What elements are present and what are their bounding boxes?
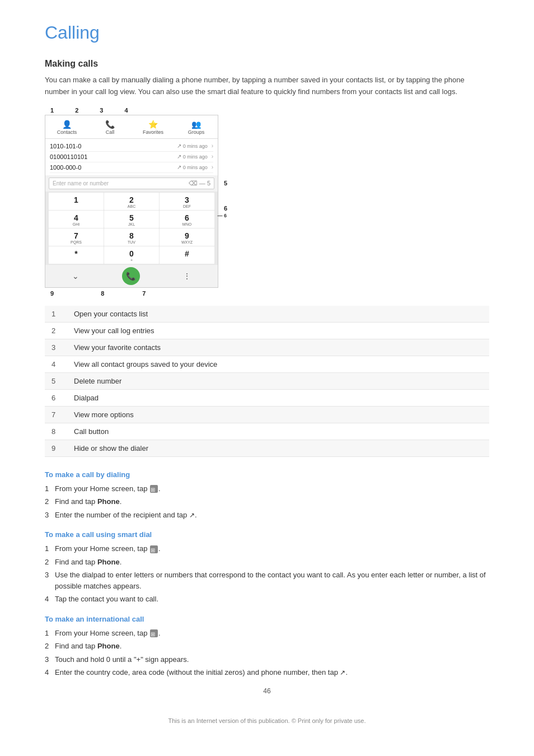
- dialpad-key-9[interactable]: 9WXYZ: [160, 228, 214, 246]
- feature-desc-6: Dialpad: [67, 389, 489, 406]
- feature-desc-3: View your favorite contacts: [67, 339, 489, 356]
- smart-step-4: 4 Tap the contact you want to call.: [45, 594, 489, 605]
- call-number-3: 1000-000-0: [50, 164, 81, 171]
- favorites-label: Favorites: [143, 129, 163, 135]
- label-2: 2: [75, 107, 78, 114]
- phone-call-log: 1010-101-0 ↗ 0 mins ago › 01000110101 ↗ …: [45, 139, 218, 175]
- intl-steps: 1 From your Home screen, tap . 2 Find an…: [45, 628, 489, 678]
- dialpad-key-0[interactable]: 0+: [104, 246, 159, 264]
- feature-row-7: 7View more options: [45, 406, 489, 423]
- call-button[interactable]: 📞: [122, 267, 140, 285]
- phone-search-bar[interactable]: Enter name or number ⌫ — 5: [49, 178, 214, 189]
- feature-row-6: 6Dialpad: [45, 389, 489, 406]
- feature-num-2: 2: [45, 322, 67, 339]
- call-number-1: 1010-101-0: [50, 143, 81, 150]
- more-options-icon[interactable]: ⋮: [183, 272, 191, 281]
- call-time-1: 0 mins ago: [183, 143, 208, 149]
- dialpad-key-6[interactable]: 6MNO— 6: [160, 211, 214, 228]
- search-placeholder: Enter name or number: [53, 180, 109, 186]
- dialpad-key-3[interactable]: 3DEF: [160, 193, 214, 210]
- feature-desc-4: View all contact groups saved to your de…: [67, 356, 489, 372]
- intl-step-4: 4 Enter the country code, area code (wit…: [45, 667, 489, 678]
- feature-row-5: 5Delete number: [45, 372, 489, 389]
- favorites-tab[interactable]: ⭐ Favorites: [132, 118, 175, 138]
- call-icon-intl: ↗: [340, 668, 345, 678]
- phone-screenshot: 👤 Contacts 📞 Call ⭐ Favorites 👥 Groups 1…: [45, 115, 218, 288]
- feature-num-3: 3: [45, 339, 67, 356]
- feature-table: 1Open your contacts list2View your call …: [45, 306, 489, 457]
- contacts-icon: 👤: [62, 120, 72, 129]
- feature-num-8: 8: [45, 423, 67, 440]
- page-title: Calling: [45, 22, 489, 43]
- dialing-step-3: 3 Enter the number of the recipient and …: [45, 510, 489, 521]
- label-3: 3: [100, 107, 103, 114]
- feature-desc-8: Call button: [67, 423, 489, 440]
- feature-row-1: 1Open your contacts list: [45, 306, 489, 323]
- feature-row-9: 9Hide or show the dialer: [45, 440, 489, 456]
- feature-num-4: 4: [45, 356, 67, 372]
- dialing-step-2: 2 Find and tap Phone.: [45, 496, 489, 507]
- feature-num-7: 7: [45, 406, 67, 423]
- phone-dialpad: 1 2ABC 3DEF 4GHI 5JKL 6MNO— 6 7PQRS 8TUV…: [45, 192, 218, 265]
- home-app-icon-3: [150, 629, 158, 637]
- intl-step-3: 3 Touch and hold 0 until a "+" sign appe…: [45, 654, 489, 665]
- label-7: 7: [142, 290, 146, 297]
- smart-step-2: 2 Find and tap Phone.: [45, 557, 489, 568]
- contacts-label: Contacts: [57, 129, 77, 135]
- call-time-2: 0 mins ago: [183, 154, 208, 160]
- feature-desc-2: View your call log entries: [67, 322, 489, 339]
- call-entry-3: 1000-000-0 ↗ 0 mins ago ›: [50, 162, 213, 173]
- feature-desc-5: Delete number: [67, 372, 489, 389]
- dialpad-key-2[interactable]: 2ABC: [104, 193, 159, 210]
- call-number-2: 01000110101: [50, 153, 87, 160]
- home-app-icon-1: [150, 485, 158, 493]
- dialpad-key-7[interactable]: 7PQRS: [49, 228, 104, 246]
- groups-icon: 👥: [191, 120, 201, 129]
- feature-num-5: 5: [45, 372, 67, 389]
- label-1: 1: [50, 107, 54, 114]
- call-icon: 📞: [105, 120, 115, 129]
- intl-step-2: 2 Find and tap Phone.: [45, 641, 489, 652]
- call-tab[interactable]: 📞 Call: [88, 118, 132, 138]
- dialpad-key-5[interactable]: 5JKL: [104, 211, 159, 228]
- bottom-labels: 9 8 7: [50, 290, 218, 297]
- dialing-section-title: To make a call by dialing: [45, 470, 489, 479]
- delete-icon[interactable]: ⌫ — 5: [189, 180, 210, 187]
- feature-desc-1: Open your contacts list: [67, 306, 489, 323]
- making-calls-title: Making calls: [45, 59, 489, 69]
- hide-dialer-icon[interactable]: ⌄: [72, 272, 79, 281]
- smart-dial-section-title: To make a call using smart dial: [45, 530, 489, 539]
- intl-section-title: To make an international call: [45, 615, 489, 623]
- call-entry-2: 01000110101 ↗ 0 mins ago ›: [50, 152, 213, 162]
- phone-tabs: 👤 Contacts 📞 Call ⭐ Favorites 👥 Groups: [45, 115, 218, 139]
- label-4: 4: [124, 107, 128, 114]
- dialpad-key-8[interactable]: 8TUV: [104, 228, 159, 246]
- smart-step-1: 1 From your Home screen, tap .: [45, 543, 489, 554]
- page-number: 46: [45, 687, 489, 695]
- feature-num-6: 6: [45, 389, 67, 406]
- groups-label: Groups: [188, 129, 205, 135]
- label-8: 8: [101, 290, 104, 297]
- call-arrow-3: ↗: [177, 164, 181, 170]
- dialpad-key-4[interactable]: 4GHI: [49, 211, 104, 228]
- feature-row-3: 3View your favorite contacts: [45, 339, 489, 356]
- groups-tab[interactable]: 👥 Groups: [175, 118, 218, 138]
- contacts-tab[interactable]: 👤 Contacts: [45, 118, 88, 138]
- intro-text: You can make a call by manually dialing …: [45, 74, 489, 98]
- dialpad-key-1[interactable]: 1: [49, 193, 104, 210]
- feature-num-1: 1: [45, 306, 67, 323]
- call-entry-1: 1010-101-0 ↗ 0 mins ago ›: [50, 141, 213, 152]
- call-time-3: 0 mins ago: [183, 165, 208, 170]
- feature-row-8: 8Call button: [45, 423, 489, 440]
- feature-row-2: 2View your call log entries: [45, 322, 489, 339]
- call-icon-dialing: ↗: [189, 510, 195, 520]
- label-6-overlay: 6: [224, 205, 227, 212]
- feature-row-4: 4View all contact groups saved to your d…: [45, 356, 489, 372]
- phone-bottom-bar: ⌄ 📞 ⋮: [45, 265, 218, 287]
- feature-desc-9: Hide or show the dialer: [67, 440, 489, 456]
- smart-dial-steps: 1 From your Home screen, tap . 2 Find an…: [45, 543, 489, 605]
- favorites-icon: ⭐: [148, 120, 158, 129]
- dialpad-key-star[interactable]: *: [49, 246, 104, 264]
- dialing-step-1: 1 From your Home screen, tap .: [45, 483, 489, 494]
- dialpad-key-hash[interactable]: #: [160, 246, 214, 264]
